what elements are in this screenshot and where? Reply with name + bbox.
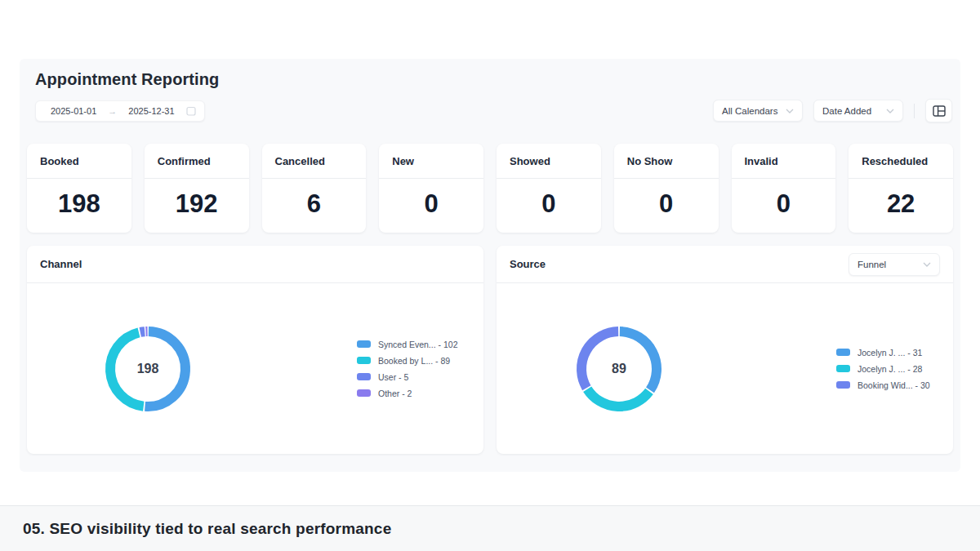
stat-card-confirmed: Confirmed 192 [145,144,249,233]
legend-item: User - 5 [357,369,457,385]
stat-label: Cancelled [275,155,325,167]
stat-value: 0 [497,179,601,233]
stat-card-showed: Showed 0 [497,144,601,233]
legend-chip [836,365,850,372]
source-type-select[interactable]: Funnel [849,253,940,276]
chevron-down-icon [886,109,894,113]
legend-item: Jocelyn J. ... - 31 [836,344,930,361]
channel-donut-total: 198 [103,324,193,414]
legend-label: Booking Wid... - 30 [858,380,930,390]
legend-item: Booking Wid... - 30 [836,377,930,393]
stat-label: Invalid [745,155,778,167]
calendars-select[interactable]: All Calendars [713,100,803,122]
legend-chip [357,389,371,397]
stat-label: Confirmed [158,155,211,167]
date-range-arrow-icon: → [108,106,117,116]
legend-label: Jocelyn J. ... - 31 [858,348,922,358]
date-start-field[interactable]: 2025-01-01 [51,106,96,116]
legend-item: Booked by L... - 89 [357,353,457,369]
legend-chip [357,357,371,364]
legend-chip [357,373,371,380]
stat-card-rescheduled: Rescheduled 22 [849,144,953,233]
stat-value: 22 [849,179,953,233]
footer-bar: 05. SEO visibility tied to real search p… [0,505,980,551]
stat-label: Booked [40,155,79,167]
source-chart-card: Source Funnel 89 Jocelyn J. ... - 31Joce… [497,246,953,454]
stat-card-booked: Booked 198 [27,144,131,233]
date-mode-select[interactable]: Date Added [813,100,903,122]
date-range-picker[interactable]: 2025-01-01 → 2025-12-31 [35,100,205,122]
stat-label: Showed [510,155,550,167]
stat-value: 6 [262,179,367,233]
date-end-field[interactable]: 2025-12-31 [128,106,174,116]
stat-value: 0 [732,179,836,233]
controls-divider [914,104,915,118]
stat-value: 198 [27,179,131,233]
stat-value: 0 [614,179,719,233]
stats-row: Booked 198 Confirmed 192 Cancelled 6 New… [27,144,953,233]
date-mode-select-value: Date Added [822,106,871,116]
chevron-down-icon [786,109,794,113]
stat-card-invalid: Invalid 0 [732,144,836,233]
legend-item: Synced Even... - 102 [357,336,457,353]
source-donut-total: 89 [574,324,664,414]
table-columns-icon [933,105,946,117]
controls-row: 2025-01-01 → 2025-12-31 All Calendars Da… [27,99,953,122]
calendar-icon [186,106,196,116]
stat-label: New [392,155,414,167]
legend-item: Other - 2 [357,385,457,402]
legend-label: Other - 2 [378,389,412,398]
channel-legend: Synced Even... - 102Booked by L... - 89U… [357,336,457,402]
source-legend: Jocelyn J. ... - 31Jocelyn J. ... - 28Bo… [836,344,930,393]
stat-label: Rescheduled [862,155,928,167]
source-type-select-value: Funnel [858,260,886,269]
page-title: Appointment Reporting [35,70,953,89]
legend-chip [357,340,371,348]
stat-label: No Show [627,155,673,167]
channel-chart-card: Channel 198 Synced Even... - 102Booked b… [27,246,483,454]
calendars-select-value: All Calendars [722,106,777,116]
legend-chip [836,381,850,389]
legend-item: Jocelyn J. ... - 28 [836,361,930,377]
legend-label: Booked by L... - 89 [378,356,450,366]
chevron-down-icon [923,262,931,267]
customize-columns-button[interactable] [925,99,952,122]
stat-value: 192 [145,179,249,233]
legend-label: Synced Even... - 102 [378,340,457,349]
channel-donut-chart: 198 [103,324,193,414]
stat-card-cancelled: Cancelled 6 [262,144,367,233]
footer-caption: 05. SEO visibility tied to real search p… [0,520,391,538]
report-panel: Appointment Reporting 2025-01-01 → 2025-… [20,59,960,472]
source-donut-chart: 89 [574,324,664,414]
stat-card-no-show: No Show 0 [614,144,719,233]
channel-chart-title: Channel [40,258,82,270]
stat-card-new: New 0 [379,144,483,233]
source-chart-title: Source [510,258,546,270]
legend-label: User - 5 [378,372,408,382]
right-controls: All Calendars Date Added [713,99,952,122]
charts-row: Channel 198 Synced Even... - 102Booked b… [27,246,953,454]
legend-chip [836,349,850,356]
stat-value: 0 [379,179,483,233]
legend-label: Jocelyn J. ... - 28 [858,364,922,374]
